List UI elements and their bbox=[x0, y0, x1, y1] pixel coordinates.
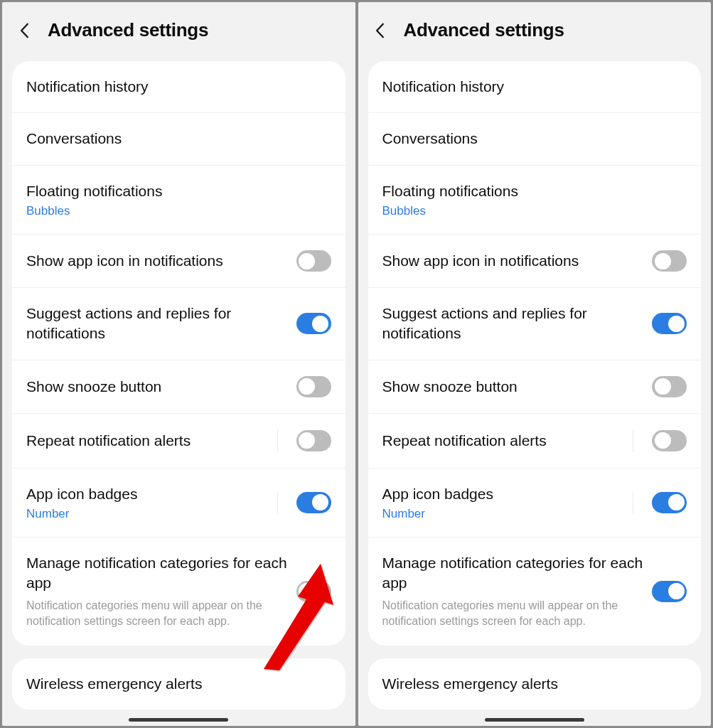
row-label: Repeat notification alerts bbox=[26, 431, 277, 451]
row-repeat-alerts[interactable]: Repeat notification alerts bbox=[368, 414, 702, 469]
row-label: Show snooze button bbox=[382, 377, 644, 397]
row-sub: Bubbles bbox=[382, 204, 687, 218]
row-sub: Number bbox=[26, 507, 277, 521]
header: Advanced settings bbox=[358, 2, 712, 61]
row-label: Manage notification categories for each … bbox=[26, 553, 288, 594]
toggle-repeat-alerts[interactable] bbox=[296, 430, 331, 451]
row-label: Show snooze button bbox=[26, 377, 288, 397]
row-label: Conversations bbox=[382, 129, 687, 149]
toggle-show-app-icon[interactable] bbox=[652, 250, 687, 272]
toggle-snooze[interactable] bbox=[652, 376, 687, 397]
emergency-card: Wireless emergency alerts bbox=[12, 658, 345, 710]
vertical-separator bbox=[277, 491, 278, 514]
row-desc: Notification categories menu will appear… bbox=[26, 598, 288, 630]
row-label: Suggest actions and replies for notifica… bbox=[26, 304, 288, 344]
toggle-manage-categories[interactable] bbox=[296, 581, 331, 602]
screen-right: Advanced settings Notification history C… bbox=[358, 2, 712, 726]
row-app-icon-badges[interactable]: App icon badges Number bbox=[12, 469, 345, 537]
row-label: Show app icon in notifications bbox=[382, 251, 644, 271]
toggle-snooze[interactable] bbox=[296, 376, 331, 397]
row-label: Manage notification categories for each … bbox=[382, 553, 644, 594]
row-suggest-actions[interactable]: Suggest actions and replies for notifica… bbox=[368, 288, 702, 360]
row-label: Wireless emergency alerts bbox=[382, 674, 687, 694]
screen-left: Advanced settings Notification history C… bbox=[2, 2, 355, 726]
row-label: App icon badges bbox=[26, 484, 277, 504]
home-indicator[interactable] bbox=[129, 718, 228, 722]
row-manage-categories[interactable]: Manage notification categories for each … bbox=[12, 537, 345, 645]
row-desc: Notification categories menu will appear… bbox=[382, 598, 644, 630]
header: Advanced settings bbox=[2, 2, 355, 61]
row-conversations[interactable]: Conversations bbox=[368, 113, 702, 165]
toggle-manage-categories[interactable] bbox=[652, 581, 687, 602]
row-conversations[interactable]: Conversations bbox=[12, 113, 345, 165]
toggle-suggest-actions[interactable] bbox=[296, 313, 331, 334]
row-floating-notifications[interactable]: Floating notifications Bubbles bbox=[368, 166, 702, 235]
row-label: Conversations bbox=[26, 129, 331, 149]
row-label: Floating notifications bbox=[26, 181, 331, 201]
row-app-icon-badges[interactable]: App icon badges Number bbox=[368, 469, 702, 537]
page-title: Advanced settings bbox=[404, 19, 564, 41]
row-notification-history[interactable]: Notification history bbox=[368, 61, 702, 113]
vertical-separator bbox=[633, 429, 633, 452]
row-repeat-alerts[interactable]: Repeat notification alerts bbox=[12, 414, 345, 469]
row-label: Floating notifications bbox=[382, 181, 687, 201]
back-icon[interactable] bbox=[16, 23, 32, 38]
row-sub: Number bbox=[382, 507, 633, 521]
settings-card: Notification history Conversations Float… bbox=[12, 61, 345, 646]
toggle-app-icon-badges[interactable] bbox=[296, 492, 331, 513]
row-label: Notification history bbox=[382, 77, 687, 97]
row-floating-notifications[interactable]: Floating notifications Bubbles bbox=[12, 166, 345, 235]
row-label: Show app icon in notifications bbox=[26, 251, 288, 271]
row-wireless-emergency[interactable]: Wireless emergency alerts bbox=[12, 658, 345, 710]
row-label: App icon badges bbox=[382, 484, 633, 504]
home-indicator[interactable] bbox=[485, 718, 584, 722]
row-snooze-button[interactable]: Show snooze button bbox=[12, 360, 345, 414]
vertical-separator bbox=[633, 491, 633, 514]
emergency-card: Wireless emergency alerts bbox=[368, 658, 702, 710]
row-label: Suggest actions and replies for notifica… bbox=[382, 304, 644, 344]
page-title: Advanced settings bbox=[48, 19, 208, 41]
row-snooze-button[interactable]: Show snooze button bbox=[368, 360, 702, 414]
row-suggest-actions[interactable]: Suggest actions and replies for notifica… bbox=[12, 288, 345, 360]
toggle-show-app-icon[interactable] bbox=[296, 250, 331, 272]
settings-card: Notification history Conversations Float… bbox=[368, 61, 702, 646]
toggle-app-icon-badges[interactable] bbox=[652, 492, 687, 513]
row-notification-history[interactable]: Notification history bbox=[12, 61, 345, 113]
row-show-app-icon[interactable]: Show app icon in notifications bbox=[12, 235, 345, 288]
row-label: Notification history bbox=[26, 77, 331, 97]
toggle-repeat-alerts[interactable] bbox=[652, 430, 687, 451]
vertical-separator bbox=[277, 429, 278, 452]
row-manage-categories[interactable]: Manage notification categories for each … bbox=[368, 537, 702, 645]
row-label: Repeat notification alerts bbox=[382, 431, 633, 451]
row-label: Wireless emergency alerts bbox=[26, 674, 331, 694]
row-wireless-emergency[interactable]: Wireless emergency alerts bbox=[368, 658, 702, 710]
row-show-app-icon[interactable]: Show app icon in notifications bbox=[368, 235, 702, 288]
row-sub: Bubbles bbox=[26, 204, 331, 218]
back-icon[interactable] bbox=[372, 23, 388, 38]
toggle-suggest-actions[interactable] bbox=[652, 313, 687, 334]
